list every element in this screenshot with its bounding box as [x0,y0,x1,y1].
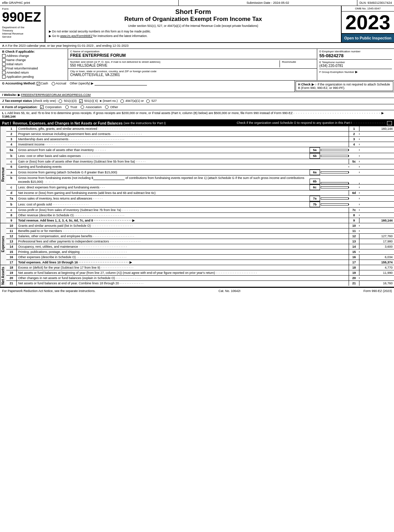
line-6b-col-empty [349,183,359,184]
ein-value: 55-0824278 [319,53,392,58]
line-6-num: 6 [6,164,17,169]
org-name-value: FREE ENTERPRISE FORUM [70,53,315,58]
accrual-radio[interactable] [52,82,55,85]
trust-radio[interactable] [65,105,69,109]
line-5c-desc: Gain or (loss) from sale of assets other… [17,159,349,164]
cat-number: Cat. No. 10642I [218,289,240,293]
line-6a-subval [321,171,349,173]
form-number: 990EZ [2,10,43,24]
instruction2: ▶ Go to www.irs.gov/Form990EZ for instru… [49,34,337,38]
check-amended-return[interactable]: Amended return [2,71,66,74]
open-public-badge: Open to Public Inspection [342,34,394,42]
ein-label: D Employer identification number [319,50,392,53]
line-6-col [349,166,359,167]
page: efile GRAPHIC print Submission Date - 20… [0,0,394,294]
501c3-radio[interactable] [59,99,62,103]
final-return-checkbox[interactable] [2,67,6,70]
section-g: G Accounting Method: Cash Accrual Other … [0,81,295,92]
line-2-row: 2 Program service revenue including gove… [6,132,394,137]
amended-return-checkbox[interactable] [2,71,6,74]
group-exemption-label: F Group Exemption [319,70,343,74]
line-18-row: 18 Excess or (deficit) for the year (Sub… [6,265,394,270]
line-6a-subcol: 6a [310,170,320,175]
line-3-desc: Membership dues and assessments · · · · … [17,137,349,142]
amended-return-label: Amended return [6,71,29,74]
line-7a-col-empty [349,198,359,199]
initial-return-checkbox[interactable] [2,62,6,66]
line-15-row: 15 Printing, publications, postage, and … [6,249,394,255]
assoc-radio[interactable] [81,105,84,109]
line-7b-subcol: 7b [310,202,320,207]
line-17-row: 17 Total expenses. Add lines 10 through … [6,260,394,265]
line-7c-val [359,209,394,211]
line-4-val [359,144,394,145]
line-5c-num: c [6,159,17,164]
check-address-change[interactable]: Address change [2,54,66,58]
line-7a-row: 7a Gross sales of inventory, less return… [6,196,394,202]
check-initial-return[interactable]: Initial return [2,62,66,66]
line-2-val [359,133,394,135]
line-4-desc: Investment income · · · · · · · · · · · … [17,142,349,147]
line-7c-col: 7c [349,208,359,212]
line-6a-col-empty [349,172,359,173]
line-5a-num: 5a [6,148,17,152]
line-13-row: 13 Professional fees and other payments … [6,239,394,244]
line-7b-desc: Less: cost of goods sold · · · · · · · ·… [17,202,310,207]
submission-date: Submission Date - 2024-05-02 [179,0,357,6]
check-name-change[interactable]: Name change [2,58,66,62]
line-6d-num: d [6,190,17,195]
line-5b-col-empty [349,155,359,157]
line-6b-subcol: 6b [310,179,320,184]
527-radio[interactable] [146,99,150,103]
part1-header: Part I Revenue, Expenses, and Changes in… [0,120,394,126]
line-3-num: 3 [6,137,17,142]
line-2-desc: Program service revenue including govern… [17,132,349,136]
line-7a-subcol: 7a [310,196,320,201]
501c6-checkbox[interactable] [79,99,83,103]
line-6b-val [359,183,394,184]
final-return-label: Final return/terminated [6,67,38,70]
line-9-col: 9 [349,218,359,223]
corp-checkbox[interactable] [40,105,44,109]
line-12-row: 12 Salaries, other compensation, and emp… [6,234,394,239]
line-5b-num: b [6,153,17,158]
line-5a-val [359,149,394,151]
4947a1-radio[interactable] [120,99,124,103]
line-1-num: 1 [6,126,17,131]
line-7a-num: 7a [6,196,17,201]
check-final-return[interactable]: Final return/terminated [2,67,66,70]
check-app-pending[interactable]: Application pending [2,75,66,78]
line-5b-row: b Less: cost or other basis and sales ex… [6,153,394,159]
line-5a-desc: Gross amount from sale of assets other t… [17,148,310,152]
line-6d-row: d Net income or (loss) from gaming and f… [6,190,394,196]
city-value: CHARLOTTESVILLE, VA 22901 [70,73,315,77]
line-4-col: 4 [349,142,359,147]
line-8-row: 8 Other revenue (describe in Schedule O)… [6,213,394,218]
line-14-row: 14 Occupancy, rent, utilities, and maint… [6,244,394,249]
other-radio[interactable] [105,105,109,109]
line-5a-subcol: 5a [310,147,320,153]
line-5b-subcol: 5b [310,153,320,159]
line-3-val [359,138,394,140]
line-1-desc: Contributions, gifts, grants, and simila… [17,126,349,131]
app-pending-checkbox[interactable] [2,75,6,78]
initial-return-label: Initial return [6,62,23,66]
line-11-row: 11 Benefits paid to or for members · · ·… [6,228,394,234]
section-i: I Website: ▶ FREEENTERPRISEFORUM.WORDPRE… [0,92,394,98]
line-5b-subval [321,155,349,157]
line-2-num: 2 [6,132,17,136]
line-7b-val [359,204,394,205]
name-change-checkbox[interactable] [2,58,6,62]
line-5b-desc: Less: cost or other basis and sales expe… [17,153,310,158]
address-change-checkbox[interactable] [2,54,6,58]
cash-checkbox[interactable] [37,82,40,85]
line-6d-val [359,192,394,194]
line-6b-desc: Gross income from fundraising events (no… [17,175,310,184]
line-6b-subval [321,182,349,184]
line-6c-subcol: 6c [310,185,320,190]
return-title: Return of Organization Exempt From Incom… [49,16,337,23]
line-6-val [359,166,394,167]
line-5b-val [359,155,394,157]
line-9-num: 9 [6,218,17,223]
line-6c-val [359,187,394,188]
